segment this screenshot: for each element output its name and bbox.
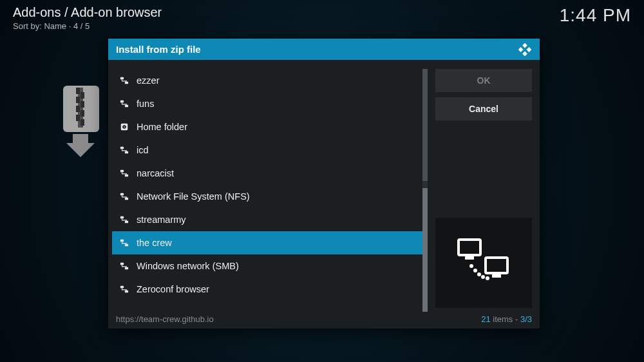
disk-icon: [120, 122, 129, 131]
svg-rect-31: [120, 263, 124, 265]
scrollbar-thumb[interactable]: [422, 69, 428, 181]
svg-rect-5: [80, 101, 84, 108]
footer-count: 21 items - 3/3: [481, 314, 532, 324]
svg-point-40: [473, 269, 477, 272]
list-item[interactable]: icd: [112, 138, 426, 162]
sort-indicator: Sort by: Name · 4 / 5: [13, 21, 162, 31]
network-icon: [120, 238, 129, 247]
svg-rect-2: [76, 88, 80, 94]
svg-point-41: [477, 272, 481, 276]
svg-rect-9: [80, 119, 84, 126]
list-item-label: icd: [137, 145, 149, 155]
svg-rect-12: [527, 47, 532, 52]
footer-url: https://team-crew.github.io: [116, 314, 214, 324]
svg-point-42: [481, 275, 485, 279]
svg-point-39: [469, 264, 473, 268]
list-item-label: narcacist: [137, 168, 174, 178]
list-item[interactable]: Network File System (NFS): [112, 185, 426, 208]
list-item[interactable]: Zeroconf browser: [112, 278, 426, 301]
svg-point-43: [486, 276, 489, 280]
kodi-logo-icon: [518, 43, 532, 57]
svg-rect-3: [80, 92, 84, 99]
preview-thumbnail: [435, 218, 532, 308]
list-item[interactable]: Home folder: [112, 115, 426, 138]
svg-rect-35: [459, 240, 480, 255]
svg-rect-17: [125, 105, 128, 108]
svg-rect-32: [125, 267, 128, 270]
svg-rect-25: [120, 193, 124, 196]
svg-rect-22: [125, 151, 128, 154]
svg-rect-15: [125, 82, 128, 84]
svg-point-20: [124, 126, 125, 128]
svg-rect-30: [125, 244, 128, 247]
list-item[interactable]: ezzer: [112, 69, 426, 92]
svg-rect-33: [120, 286, 124, 289]
network-icon: [120, 146, 129, 155]
list-item[interactable]: funs: [112, 92, 426, 115]
list-item-label: streamarmy: [137, 214, 186, 225]
svg-rect-38: [492, 274, 501, 278]
svg-rect-4: [76, 97, 80, 103]
list-item-label: the crew: [137, 238, 172, 248]
network-icon: [120, 262, 129, 271]
network-icon: [120, 215, 129, 224]
network-icon: [120, 99, 129, 108]
svg-rect-37: [486, 258, 507, 273]
breadcrumb: Add-ons / Add-on browser: [13, 5, 162, 20]
network-icon: [120, 192, 129, 201]
dialog-title-bar: Install from zip file: [108, 39, 540, 60]
zip-download-icon: [61, 84, 109, 160]
svg-rect-34: [125, 291, 128, 293]
network-icon: [120, 76, 129, 85]
svg-rect-13: [522, 51, 527, 56]
list-item-label: Network File System (NFS): [137, 191, 250, 202]
list-item-label: Zeroconf browser: [137, 284, 209, 294]
svg-rect-6: [76, 106, 80, 112]
svg-rect-36: [465, 256, 474, 260]
clock: 1:44 PM: [560, 5, 631, 26]
network-icon: [120, 285, 129, 294]
list-item-label: funs: [137, 99, 154, 109]
install-from-zip-dialog: Install from zip file ezzerfunsHome fold…: [108, 39, 540, 329]
list-item-label: Home folder: [137, 122, 187, 132]
list-item[interactable]: streamarmy: [112, 208, 426, 231]
cancel-button[interactable]: Cancel: [435, 97, 532, 120]
svg-rect-29: [120, 240, 124, 242]
scrollbar[interactable]: [422, 69, 428, 301]
svg-rect-11: [518, 47, 524, 52]
svg-rect-21: [120, 147, 124, 149]
svg-rect-26: [125, 198, 128, 200]
list-item[interactable]: narcacist: [112, 162, 426, 185]
svg-rect-7: [80, 110, 84, 117]
dialog-title: Install from zip file: [116, 44, 201, 55]
svg-rect-23: [120, 170, 124, 173]
list-item[interactable]: the crew: [112, 231, 426, 254]
svg-rect-16: [120, 100, 124, 103]
list-item-label: Windows network (SMB): [137, 261, 239, 271]
svg-rect-10: [522, 43, 527, 48]
ok-button[interactable]: OK: [435, 69, 532, 92]
scrollbar-thumb-lower[interactable]: [422, 188, 428, 312]
svg-rect-14: [120, 77, 124, 80]
svg-rect-27: [120, 216, 124, 219]
svg-rect-8: [76, 115, 80, 121]
list-item[interactable]: Windows network (SMB): [112, 254, 426, 278]
svg-rect-28: [125, 221, 128, 224]
svg-rect-24: [125, 175, 128, 177]
list-item-label: ezzer: [137, 75, 159, 86]
network-icon: [120, 169, 129, 178]
